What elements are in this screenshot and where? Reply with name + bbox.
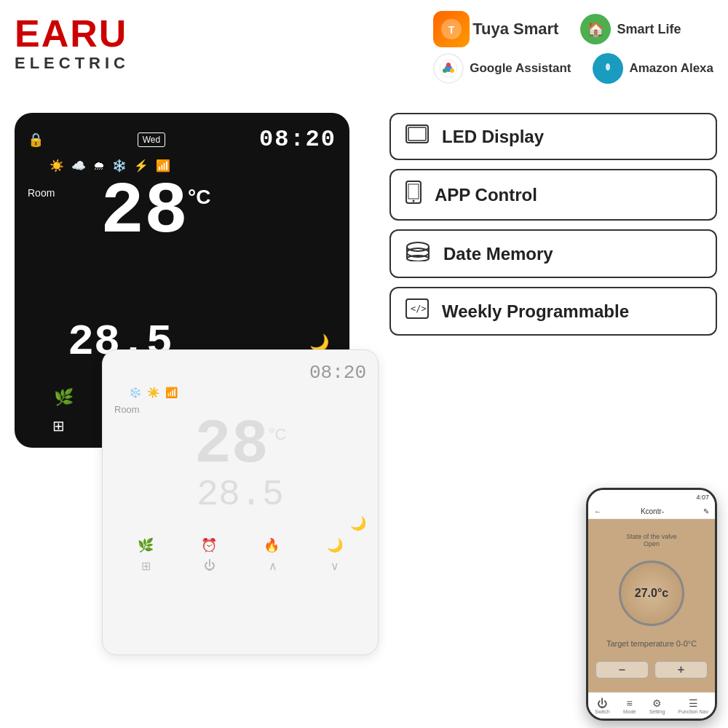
day-badge: Wed (138, 132, 165, 147)
feature-app-label: APP Control (435, 185, 537, 205)
phone-back-icon[interactable]: ← (594, 507, 601, 515)
switch-icon: ⏻ (595, 697, 610, 709)
logos-row-2: Google Assistant Amazon Alexa (433, 53, 713, 84)
phone-temp-value: 27.0°c (635, 587, 668, 600)
svg-point-6 (443, 68, 447, 73)
thermostat-white: 08:20 ❄️ ☀️ 📶 Room 28 °C 28.5 🌙 🌿 ⏰ 🔥 🌙 … (102, 349, 379, 655)
cloud-icon: ☁️ (71, 159, 86, 173)
white-flame-icon[interactable]: 🔥 (264, 537, 280, 553)
white-set-temp: 28.5 (114, 474, 366, 515)
led-icon (405, 124, 429, 149)
sun-icon: ☀️ (50, 159, 64, 173)
white-temp-row: 28 °C (114, 418, 366, 474)
phone-title: Kcontr- (641, 507, 664, 515)
white-power-icon[interactable]: ⏻ (204, 559, 215, 573)
white-eco-icon[interactable]: 🌿 (138, 537, 154, 553)
white-grid-icon[interactable]: ⊞ (141, 559, 151, 573)
main-temp: 28 (100, 180, 188, 245)
room-label: Room (28, 187, 55, 199)
alexa-icon (593, 53, 623, 84)
features-section: LED Display APP Control Date Memory (389, 113, 717, 336)
phone-footer-mode[interactable]: ≡ Mode (623, 697, 636, 714)
logos-section: T Tuya Smart 🏠 Smart Life Google Ass (433, 11, 713, 84)
phone-time: 4:07 (696, 494, 709, 501)
white-status-icons: ❄️ ☀️ 📶 (114, 387, 366, 398)
svg-point-5 (450, 68, 454, 73)
brand-sub: ELECTRIC (15, 54, 130, 73)
mode-label: Mode (623, 709, 636, 714)
logos-row-1: T Tuya Smart 🏠 Smart Life (433, 11, 713, 47)
brand-name: EARU (15, 15, 127, 52)
phone-mockup: 4:07 ← Kcontr- ✎ State of the valve Open… (586, 488, 717, 721)
smart-life-logo: 🏠 Smart Life (580, 14, 681, 44)
phone-valve-label: State of the valve (626, 533, 677, 540)
white-clock-icon[interactable]: ⏰ (201, 537, 217, 553)
setting-label: Setting (649, 709, 665, 714)
white-controls[interactable]: 🌿 ⏰ 🔥 🌙 (114, 537, 366, 553)
smart-life-icon: 🏠 (580, 14, 611, 44)
tuya-icon: T (433, 11, 470, 47)
google-label: Google Assistant (470, 61, 571, 76)
phone-control-buttons[interactable]: – + (596, 661, 708, 678)
white-wifi: 📶 (165, 387, 178, 398)
google-assistant-logo: Google Assistant (433, 53, 571, 84)
tuya-label: Tuya Smart (472, 20, 558, 39)
tuya-logo: T Tuya Smart (433, 11, 558, 47)
time-display: 08:20 (259, 126, 336, 153)
temp-unit: °C (188, 186, 210, 209)
switch-label: Switch (595, 709, 610, 714)
phone-footer-func[interactable]: ☰ Function Nav (678, 697, 708, 714)
phone-valve-state: Open (626, 540, 677, 547)
svg-text:T: T (448, 24, 455, 36)
white-down-icon[interactable]: ∨ (331, 559, 339, 573)
feature-app: APP Control (389, 169, 717, 221)
grid-icon[interactable]: ⊞ (52, 417, 65, 435)
app-icon (405, 181, 422, 209)
white-temp-unit: °C (269, 425, 287, 444)
white-up-icon[interactable]: ∧ (269, 559, 277, 573)
alexa-label: Amazon Alexa (629, 61, 713, 76)
temp-section: Room 28 °C 28.5 🌙 (28, 180, 336, 374)
phone-valve-info: State of the valve Open (626, 533, 677, 547)
svg-point-4 (446, 63, 451, 67)
white-bottom-row[interactable]: ⊞ ⏻ ∧ ∨ (114, 559, 366, 573)
svg-point-8 (606, 63, 610, 71)
lock-icon: 🔒 (28, 132, 44, 148)
svg-text:</>: </> (411, 304, 427, 314)
phone-content: State of the valve Open 27.0°c Target te… (588, 519, 715, 692)
phone-minus-btn[interactable]: – (596, 661, 649, 678)
white-night-icon[interactable]: 🌙 (327, 537, 343, 553)
white-moon-icon: 🌙 (114, 515, 366, 531)
white-time-display: 08:20 (114, 362, 366, 384)
mode-icon: ≡ (623, 697, 636, 709)
feature-led-label: LED Display (442, 127, 544, 147)
phone-plus-btn[interactable]: + (654, 661, 708, 678)
feature-weekly: </> Weekly Programmable (389, 287, 717, 336)
phone-dial[interactable]: 27.0°c (619, 561, 684, 626)
white-snowflake: ❄️ (129, 387, 141, 398)
phone-temp-label: Target temperature 0-0°C (606, 639, 697, 648)
eco-icon[interactable]: 🌿 (54, 388, 74, 407)
phone-footer: ⏻ Switch ≡ Mode ⚙ Setting ☰ Function Nav (588, 692, 715, 719)
phone-edit-icon[interactable]: ✎ (703, 507, 709, 515)
phone-footer-switch[interactable]: ⏻ Switch (595, 697, 610, 714)
func-label: Function Nav (678, 709, 708, 714)
feature-memory-label: Date Memory (443, 244, 553, 264)
svg-point-13 (413, 200, 415, 202)
func-icon: ☰ (678, 697, 708, 709)
google-icon (433, 53, 464, 84)
svg-rect-12 (408, 184, 419, 199)
feature-weekly-label: Weekly Programmable (442, 301, 629, 322)
thermo-top-bar: 🔒 Wed 08:20 (28, 126, 336, 153)
smart-life-label: Smart Life (617, 22, 681, 37)
feature-led: LED Display (389, 113, 717, 160)
temp-display: 28 °C (64, 180, 210, 245)
white-sun: ☀️ (147, 387, 159, 398)
white-main-temp: 28 (194, 418, 269, 474)
svg-rect-10 (408, 127, 426, 141)
phone-status-bar: 4:07 (588, 490, 715, 505)
rain-icon: 🌧 (93, 159, 105, 173)
memory-icon (405, 241, 430, 266)
setting-icon: ⚙ (649, 697, 665, 709)
phone-footer-setting[interactable]: ⚙ Setting (649, 697, 665, 714)
